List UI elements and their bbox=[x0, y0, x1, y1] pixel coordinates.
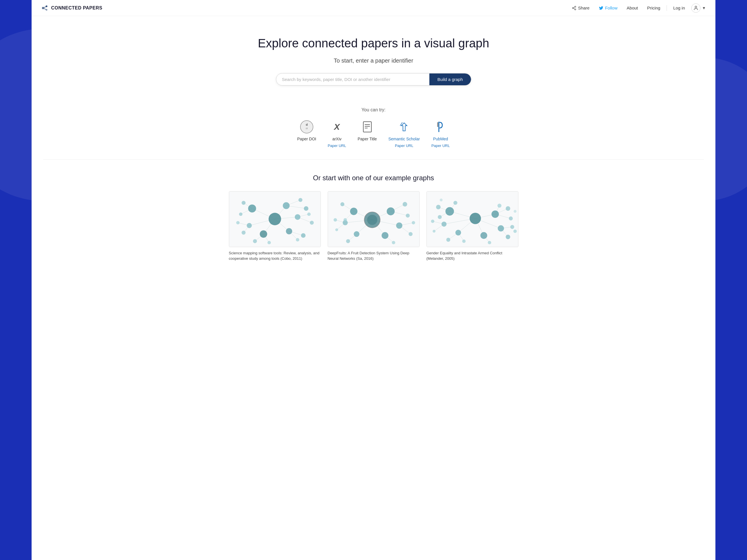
svg-point-52 bbox=[307, 213, 310, 216]
svg-point-81 bbox=[396, 222, 402, 229]
svg-point-82 bbox=[381, 232, 388, 239]
svg-text:X: X bbox=[333, 122, 340, 131]
svg-point-126 bbox=[509, 216, 513, 220]
example-graph-3 bbox=[427, 191, 518, 247]
follow-label: Follow bbox=[605, 5, 617, 10]
svg-point-137 bbox=[513, 230, 517, 233]
svg-point-92 bbox=[346, 239, 350, 243]
svg-point-44 bbox=[295, 214, 301, 220]
svg-point-80 bbox=[387, 208, 395, 216]
logo-icon bbox=[41, 4, 49, 12]
logo-link[interactable]: CONNECTED PAPERS bbox=[41, 4, 568, 12]
avatar-button[interactable] bbox=[691, 3, 700, 12]
share-button[interactable]: Share bbox=[568, 4, 594, 12]
nav-links: Share Follow About Pricing Log in bbox=[568, 3, 706, 12]
examples-title: Or start with one of our example graphs bbox=[43, 174, 704, 182]
svg-point-124 bbox=[453, 201, 457, 205]
svg-point-47 bbox=[247, 223, 252, 228]
try-label: You can try: bbox=[37, 107, 710, 112]
search-input[interactable] bbox=[276, 74, 430, 85]
svg-point-88 bbox=[406, 214, 410, 218]
svg-rect-21 bbox=[437, 122, 438, 127]
svg-point-119 bbox=[480, 232, 487, 239]
title-icon bbox=[360, 119, 375, 134]
svg-rect-16 bbox=[363, 122, 371, 132]
svg-point-129 bbox=[506, 235, 510, 239]
example-caption-2: DeepFruits: A Fruit Detection System Usi… bbox=[328, 250, 419, 261]
svg-point-136 bbox=[514, 210, 516, 213]
about-label: About bbox=[627, 5, 638, 10]
hero-subtitle: To start, enter a paper identifier bbox=[37, 57, 710, 64]
hero-title: Explore connected papers in a visual gra… bbox=[37, 36, 710, 51]
doi-label: Paper DOI bbox=[297, 137, 316, 141]
pricing-link[interactable]: Pricing bbox=[643, 4, 664, 12]
svg-point-117 bbox=[491, 211, 499, 218]
share-label: Share bbox=[578, 5, 590, 10]
svg-point-123 bbox=[438, 215, 442, 219]
pricing-label: Pricing bbox=[647, 5, 660, 10]
svg-point-51 bbox=[304, 206, 308, 211]
example-card-1[interactable]: Science mapping software tools: Review, … bbox=[229, 191, 321, 261]
try-section: You can try: d oi Paper DOI bbox=[32, 107, 715, 159]
try-option-doi[interactable]: d oi Paper DOI bbox=[297, 119, 316, 148]
svg-point-125 bbox=[506, 206, 510, 211]
svg-point-87 bbox=[402, 202, 407, 207]
svg-point-58 bbox=[236, 221, 239, 224]
svg-point-86 bbox=[343, 218, 347, 221]
svg-rect-20 bbox=[438, 122, 439, 132]
svg-point-94 bbox=[335, 229, 338, 231]
svg-point-122 bbox=[436, 205, 441, 210]
about-link[interactable]: About bbox=[623, 4, 642, 12]
svg-point-49 bbox=[239, 213, 242, 216]
svg-point-2 bbox=[46, 9, 47, 10]
svg-point-48 bbox=[241, 201, 246, 205]
try-options: d oi Paper DOI X arXiv Paper URL bbox=[37, 119, 710, 148]
navbar: CONNECTED PAPERS Share Follow About Pric bbox=[32, 0, 715, 16]
examples-grid: Science mapping software tools: Review, … bbox=[43, 191, 704, 261]
svg-point-46 bbox=[260, 231, 267, 238]
arxiv-icon: X bbox=[329, 119, 344, 134]
svg-point-121 bbox=[441, 221, 446, 227]
login-link[interactable]: Log in bbox=[669, 4, 689, 12]
try-option-title[interactable]: Paper Title bbox=[358, 119, 377, 148]
svg-point-127 bbox=[497, 204, 501, 208]
svg-point-116 bbox=[445, 207, 454, 216]
title-label: Paper Title bbox=[358, 137, 377, 141]
try-option-pubmed[interactable]: PubMed Paper URL bbox=[431, 119, 450, 148]
semantic-sub-label: Paper URL bbox=[395, 143, 413, 148]
svg-point-134 bbox=[433, 230, 435, 233]
svg-point-41 bbox=[268, 213, 281, 225]
nav-divider bbox=[667, 5, 667, 11]
example-caption-1: Science mapping software tools: Review, … bbox=[229, 250, 321, 261]
svg-point-135 bbox=[440, 198, 443, 202]
svg-point-55 bbox=[296, 238, 299, 242]
logo-text: CONNECTED PAPERS bbox=[51, 5, 102, 10]
share-icon bbox=[572, 6, 576, 10]
svg-text:d: d bbox=[306, 123, 308, 126]
build-graph-button[interactable]: Build a graph bbox=[429, 74, 471, 85]
example-card-2[interactable]: DeepFruits: A Fruit Detection System Usi… bbox=[328, 191, 419, 261]
svg-line-8 bbox=[573, 8, 575, 9]
nav-dropdown-icon[interactable]: ▾ bbox=[702, 4, 706, 12]
svg-point-45 bbox=[286, 228, 292, 235]
svg-point-53 bbox=[310, 221, 314, 225]
try-option-arxiv[interactable]: X arXiv Paper URL bbox=[328, 119, 346, 148]
example-caption-3: Gender Equality and Intrastate Armed Con… bbox=[427, 250, 518, 261]
hero-section: Explore connected papers in a visual gra… bbox=[32, 16, 715, 107]
svg-point-115 bbox=[469, 213, 481, 224]
pubmed-name-label: PubMed bbox=[433, 137, 448, 141]
svg-point-10 bbox=[695, 6, 697, 8]
search-wrapper: Build a graph bbox=[276, 73, 471, 85]
svg-text:oi: oi bbox=[306, 127, 308, 130]
try-option-semantic[interactable]: Semantic Scholar Paper URL bbox=[388, 119, 420, 148]
svg-point-132 bbox=[462, 240, 466, 243]
semantic-icon bbox=[396, 119, 412, 134]
example-card-3[interactable]: Gender Equality and Intrastate Armed Con… bbox=[427, 191, 518, 261]
svg-point-89 bbox=[412, 221, 415, 224]
examples-section: Or start with one of our example graphs bbox=[32, 160, 715, 278]
svg-point-50 bbox=[299, 198, 303, 202]
svg-point-59 bbox=[241, 231, 246, 235]
svg-point-57 bbox=[267, 241, 271, 244]
follow-button[interactable]: Follow bbox=[595, 4, 621, 12]
svg-point-83 bbox=[354, 231, 359, 237]
